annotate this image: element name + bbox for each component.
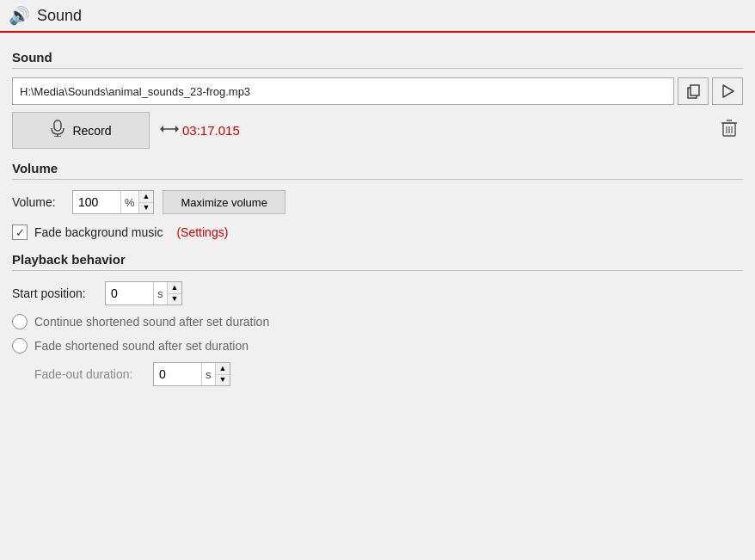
- volume-spinbox: % ▲ ▼: [72, 190, 154, 214]
- volume-section-header: Volume: [12, 161, 743, 180]
- playback-section: Playback behavior Start position: s ▲ ▼ …: [12, 252, 743, 386]
- fade-sound-label: Fade shortened sound after set duration: [34, 339, 249, 353]
- volume-unit: %: [120, 191, 138, 213]
- volume-up-arrow[interactable]: ▲: [139, 191, 154, 203]
- volume-down-arrow[interactable]: ▼: [139, 203, 154, 214]
- start-pos-up-arrow[interactable]: ▲: [168, 282, 182, 294]
- title-text: Sound: [37, 7, 82, 25]
- volume-label: Volume:: [12, 195, 64, 209]
- fade-duration-label: Fade-out duration:: [34, 367, 146, 381]
- start-position-row: Start position: s ▲ ▼: [12, 281, 743, 305]
- record-button[interactable]: Record: [12, 112, 150, 149]
- fade-duration-input[interactable]: [154, 363, 201, 385]
- continue-sound-label: Continue shortened sound after set durat…: [34, 315, 269, 329]
- duration-arrow-icon: [160, 122, 179, 136]
- svg-marker-2: [723, 85, 734, 97]
- sound-icon: 🔊: [9, 5, 30, 26]
- trash-icon: [721, 119, 738, 138]
- record-label: Record: [72, 124, 111, 138]
- fade-sound-radio[interactable]: [12, 338, 28, 354]
- play-icon: [720, 83, 735, 99]
- radio-fade-row: Fade shortened sound after set duration: [12, 338, 743, 354]
- fade-background-checkbox[interactable]: ✓: [12, 225, 28, 240]
- record-row: Record 03:17.015: [12, 112, 743, 149]
- start-position-label: Start position:: [12, 286, 98, 300]
- title-bar: 🔊 Sound: [0, 0, 755, 33]
- fade-duration-spinbox: s ▲ ▼: [153, 362, 230, 386]
- fade-duration-down-arrow[interactable]: ▼: [216, 375, 230, 386]
- duration-value: 03:17.015: [182, 123, 240, 138]
- svg-rect-3: [54, 120, 61, 131]
- volume-input[interactable]: [73, 191, 120, 213]
- fade-background-label: Fade background music: [34, 225, 163, 239]
- fade-duration-row: Fade-out duration: s ▲ ▼: [34, 362, 743, 386]
- browse-icon: [685, 83, 701, 99]
- mic-icon: [50, 120, 65, 141]
- continue-sound-radio[interactable]: [12, 314, 28, 329]
- delete-button[interactable]: [715, 115, 743, 145]
- start-pos-unit: s: [153, 282, 167, 305]
- start-position-input[interactable]: [106, 282, 153, 305]
- duration-section: 03:17.015: [160, 122, 240, 139]
- volume-section: Volume Volume: % ▲ ▼ Maximize volume ✓ F…: [12, 161, 743, 240]
- svg-marker-8: [160, 126, 163, 132]
- fade-duration-up-arrow[interactable]: ▲: [216, 363, 230, 375]
- radio-continue-row: Continue shortened sound after set durat…: [12, 314, 743, 329]
- browse-button[interactable]: [678, 77, 709, 105]
- fade-duration-unit: s: [201, 363, 215, 385]
- duration-icon: [160, 122, 179, 139]
- play-button[interactable]: [712, 77, 743, 105]
- maximize-volume-button[interactable]: Maximize volume: [163, 190, 285, 214]
- microphone-icon: [50, 120, 65, 137]
- svg-rect-1: [691, 85, 699, 95]
- sound-section-header: Sound: [12, 50, 743, 69]
- svg-marker-7: [175, 126, 179, 132]
- start-pos-arrows: ▲ ▼: [167, 282, 182, 305]
- start-pos-down-arrow[interactable]: ▼: [168, 294, 182, 305]
- fade-duration-arrows: ▲ ▼: [215, 363, 230, 385]
- volume-row: Volume: % ▲ ▼ Maximize volume: [12, 190, 743, 214]
- start-position-spinbox: s ▲ ▼: [105, 281, 182, 305]
- checkbox-check-icon: ✓: [15, 226, 25, 239]
- settings-link[interactable]: (Settings): [176, 225, 228, 239]
- sound-section: Sound: [12, 50, 743, 149]
- volume-arrows: ▲ ▼: [138, 191, 154, 213]
- sound-file-input[interactable]: [12, 77, 674, 105]
- playback-section-header: Playback behavior: [12, 252, 743, 271]
- fade-bg-row: ✓ Fade background music (Settings): [12, 225, 743, 240]
- sound-file-row: [12, 77, 743, 105]
